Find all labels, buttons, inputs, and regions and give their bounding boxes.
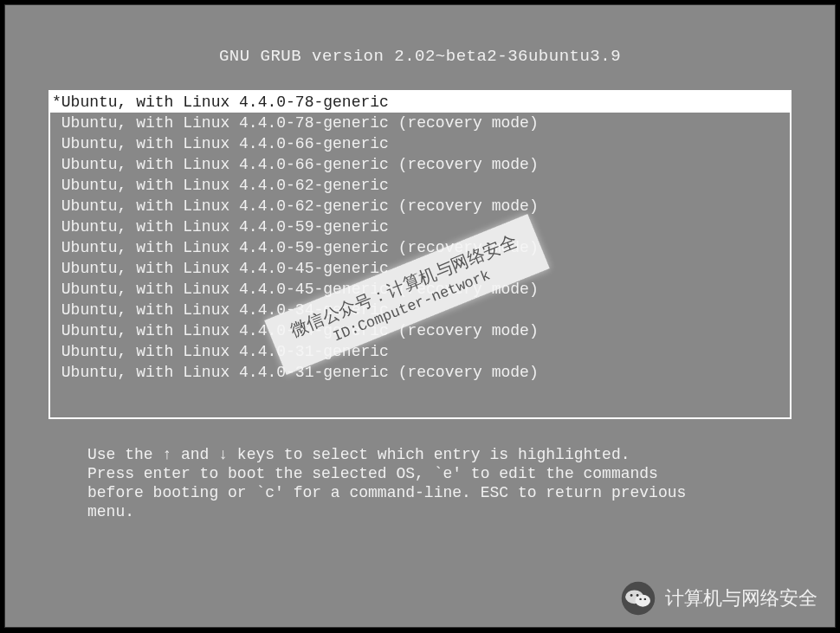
grub-menu-item[interactable]: Ubuntu, with Linux 4.4.0-34-generic (rec…	[50, 320, 790, 341]
grub-menu-item[interactable]: Ubuntu, with Linux 4.4.0-62-generic (rec…	[50, 196, 790, 216]
svg-point-5	[639, 598, 641, 600]
grub-menu-item[interactable]: Ubuntu, with Linux 4.4.0-59-generic	[50, 216, 790, 237]
grub-boot-screen: GNU GRUB version 2.02~beta2-36ubuntu3.9 …	[4, 4, 836, 628]
grub-menu-item[interactable]: Ubuntu, with Linux 4.4.0-31-generic	[50, 341, 790, 362]
grub-menu-item[interactable]: Ubuntu, with Linux 4.4.0-78-generic (rec…	[50, 113, 790, 133]
svg-point-6	[644, 598, 646, 600]
grub-menu-item[interactable]: Ubuntu, with Linux 4.4.0-45-generic (rec…	[50, 279, 790, 300]
svg-point-4	[636, 594, 639, 597]
grub-menu[interactable]: *Ubuntu, with Linux 4.4.0-78-generic Ubu…	[48, 90, 792, 419]
grub-menu-item[interactable]: Ubuntu, with Linux 4.4.0-62-generic	[50, 175, 790, 196]
grub-menu-item[interactable]: Ubuntu, with Linux 4.4.0-59-generic (rec…	[50, 237, 790, 258]
footer-brand-text: 计算机与网络安全	[665, 585, 817, 611]
svg-point-3	[630, 594, 633, 597]
wechat-icon	[620, 580, 656, 617]
grub-menu-item[interactable]: Ubuntu, with Linux 4.4.0-34-generic	[50, 300, 790, 320]
grub-menu-item[interactable]: Ubuntu, with Linux 4.4.0-31-generic (rec…	[50, 362, 790, 383]
grub-menu-item[interactable]: Ubuntu, with Linux 4.4.0-45-generic	[50, 258, 790, 279]
grub-menu-item[interactable]: Ubuntu, with Linux 4.4.0-66-generic (rec…	[50, 154, 790, 175]
grub-instructions: Use the ↑ and ↓ keys to select which ent…	[87, 445, 753, 521]
grub-header: GNU GRUB version 2.02~beta2-36ubuntu3.9	[5, 5, 835, 90]
grub-menu-item[interactable]: *Ubuntu, with Linux 4.4.0-78-generic	[50, 92, 790, 113]
footer-brand: 计算机与网络安全	[620, 580, 817, 617]
grub-title: GNU GRUB version 2.02~beta2-36ubuntu3.9	[219, 47, 621, 66]
grub-menu-item[interactable]: Ubuntu, with Linux 4.4.0-66-generic	[50, 133, 790, 154]
